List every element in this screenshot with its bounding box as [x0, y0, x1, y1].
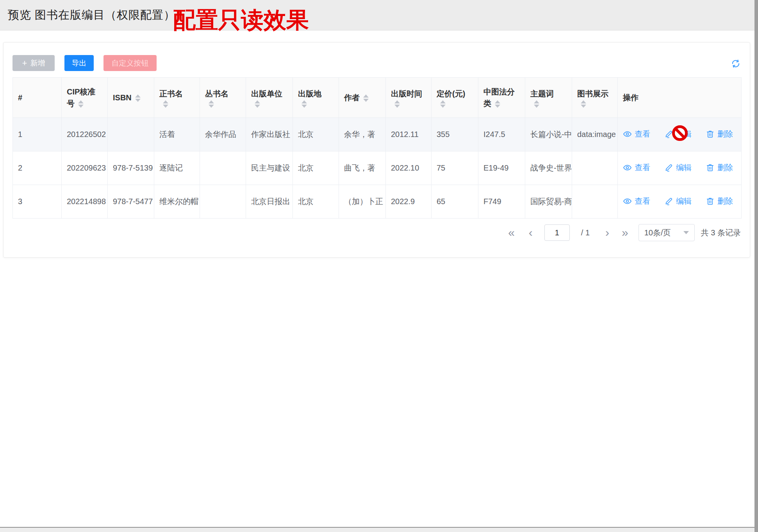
first-page-button[interactable]: « — [508, 224, 515, 241]
column-header-publisher: 出版单位 — [246, 78, 293, 118]
delete-link-label: 删除 — [717, 129, 733, 139]
next-page-button[interactable]: › — [605, 224, 609, 241]
column-header-subject: 主题词 — [525, 78, 572, 118]
cell-subject: 国际贸易-商 — [525, 185, 572, 219]
column-label: 中图法分 — [483, 86, 515, 98]
sort-caret[interactable] — [363, 94, 369, 102]
pencil-icon — [664, 197, 673, 206]
view-link[interactable]: 查看 — [623, 129, 650, 139]
cell-actions: 查看编辑删除 — [618, 151, 742, 185]
pagination: « ‹ / 1 › » 10条/页 共 3 条记录 — [12, 224, 741, 241]
edit-link-label: 编辑 — [676, 196, 692, 206]
edit-link[interactable]: 编辑 — [664, 196, 692, 206]
sort-caret[interactable] — [534, 100, 539, 108]
delete-link[interactable]: 删除 — [706, 129, 733, 139]
last-page-button[interactable]: » — [622, 224, 628, 241]
cell-series — [200, 185, 246, 219]
cell-clc: E19-49 — [478, 151, 525, 185]
custom-button-label: 自定义按钮 — [112, 58, 149, 68]
view-link-label: 查看 — [635, 196, 650, 206]
cell-price: 355 — [432, 118, 478, 151]
sort-caret[interactable] — [394, 100, 400, 108]
sort-caret[interactable] — [581, 100, 586, 108]
prev-page-button[interactable]: ‹ — [529, 224, 533, 241]
cell-subject: 战争史-世界 — [525, 151, 572, 185]
column-header-pub_date: 出版时间 — [386, 78, 432, 118]
column-label: 号 — [67, 98, 75, 109]
sort-caret[interactable] — [78, 100, 84, 108]
column-label: 类 — [483, 98, 491, 109]
cell-book_image: data:image — [572, 118, 618, 151]
cell-pub_date: 2022.9 — [386, 185, 432, 219]
export-button-label: 导出 — [72, 58, 87, 68]
add-button[interactable]: + 新增 — [12, 55, 55, 71]
page-size-value: 10条/页 — [644, 228, 683, 238]
column-header-clc: 中图法分类 — [478, 78, 525, 118]
column-label: 操作 — [623, 92, 639, 103]
cell-book_title: 维米尔的帽 — [154, 185, 200, 219]
cell-actions: 查看编辑删除 — [618, 185, 742, 219]
cell-pub_place: 北京 — [293, 118, 339, 151]
cell-isbn: 978-7-5139 — [108, 151, 154, 185]
page-input[interactable] — [544, 224, 570, 241]
column-label: ISBN — [113, 92, 132, 103]
column-label: 定价(元) — [437, 88, 465, 100]
column-header-book_title: 正书名 — [154, 78, 200, 118]
cell-pub_date: 2022.10 — [386, 151, 432, 185]
view-link[interactable]: 查看 — [623, 162, 650, 173]
table-row: 1201226502活着余华作品作家出版社北京余华，著2012.11355I24… — [13, 118, 742, 151]
readonly-annotation: 配置只读效果 — [173, 8, 309, 32]
page-size-select[interactable]: 10条/页 — [639, 224, 695, 241]
column-label: 正书名 — [159, 88, 183, 100]
page-title: 预览 图书在版编目（权限配置） — [8, 7, 175, 23]
column-label: 图书展示 — [577, 88, 608, 100]
edit-link-label: 编辑 — [676, 162, 692, 173]
sort-caret[interactable] — [495, 100, 500, 108]
delete-link[interactable]: 删除 — [706, 196, 733, 206]
cell-publisher: 北京日报出 — [246, 185, 293, 219]
sort-caret[interactable] — [301, 100, 307, 108]
cell-clc: I247.5 — [478, 118, 525, 151]
delete-link-label: 删除 — [717, 162, 733, 173]
cell-book_title: 活着 — [154, 118, 200, 151]
column-header-book_image: 图书展示 — [572, 78, 618, 118]
column-label: 出版时间 — [391, 88, 422, 100]
export-button[interactable]: 导出 — [64, 55, 94, 71]
cell-index: 1 — [13, 118, 62, 151]
table-row: 2202209623978-7-5139逐陆记民主与建设北京曲飞，著2022.1… — [13, 151, 742, 185]
cell-publisher: 民主与建设 — [246, 151, 293, 185]
column-header-actions: 操作 — [618, 78, 742, 118]
cell-isbn: 978-7-5477 — [108, 185, 154, 219]
window-scrollbar[interactable] — [754, 0, 758, 532]
cell-cip: 202214898 — [62, 185, 108, 219]
cell-index: 2 — [13, 151, 62, 185]
edit-link[interactable]: 编辑 — [664, 162, 692, 173]
cell-index: 3 — [13, 185, 62, 219]
column-label: 丛书名 — [205, 88, 228, 100]
column-header-index: # — [13, 78, 62, 118]
delete-link[interactable]: 删除 — [706, 162, 733, 173]
pencil-icon — [664, 163, 673, 172]
column-label: 作者 — [344, 92, 360, 103]
eye-icon — [623, 197, 632, 206]
view-link[interactable]: 查看 — [623, 196, 650, 206]
eye-icon — [623, 130, 632, 139]
trash-icon — [706, 197, 715, 206]
cell-author: 曲飞，著 — [339, 151, 386, 185]
edit-link-label: 编辑 — [676, 129, 692, 139]
cell-pub_place: 北京 — [293, 151, 339, 185]
cell-author: （加）卜正 — [339, 185, 386, 219]
delete-link-label: 删除 — [717, 196, 733, 206]
sort-caret[interactable] — [209, 100, 214, 108]
sort-caret[interactable] — [440, 100, 446, 108]
edit-link[interactable]: 编辑 — [664, 129, 692, 139]
sort-caret[interactable] — [135, 94, 141, 102]
sort-caret[interactable] — [255, 100, 260, 108]
cell-price: 75 — [432, 151, 478, 185]
cell-isbn — [108, 118, 154, 151]
column-label: CIP核准 — [67, 86, 95, 98]
refresh-button[interactable] — [731, 59, 741, 69]
refresh-icon — [731, 64, 741, 70]
sort-caret[interactable] — [163, 100, 168, 108]
custom-button[interactable]: 自定义按钮 — [103, 55, 157, 71]
